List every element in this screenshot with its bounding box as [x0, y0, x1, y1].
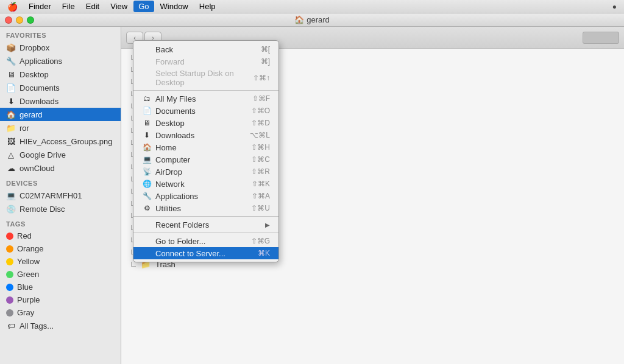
menu-item-icon-empty — [142, 57, 152, 66]
tag-label: All Tags... — [20, 321, 54, 331]
sidebar-tag-gray[interactable]: Gray — [0, 306, 121, 319]
menu-option-all-my-files[interactable]: 🗂All My Files⇧⌘F — [133, 93, 278, 105]
sidebar-tag-red[interactable]: Red — [0, 229, 121, 242]
sidebar-tag-all-tags---[interactable]: 🏷 All Tags... — [0, 319, 121, 332]
sidebar-item-downloads[interactable]: ⬇ Downloads — [0, 94, 121, 108]
menu-item-label: Network — [155, 180, 185, 189]
tag-dot — [6, 296, 13, 304]
expand-arrow — [131, 262, 136, 267]
menu-item-label: Connect to Server... — [155, 249, 225, 258]
sidebar-item-hiev-access-groups-png[interactable]: 🖼 HIEv_Access_Groups.png — [0, 135, 121, 148]
menu-item-icon: ⬇ — [142, 130, 152, 140]
menu-window[interactable]: Window — [155, 1, 193, 12]
menu-item-icon: 🌐 — [142, 179, 152, 189]
sidebar-icon: △ — [6, 150, 16, 159]
menu-option-go-to-folder---[interactable]: Go to Folder...⇧⌘G — [133, 235, 278, 247]
device-icon: 💻 — [6, 191, 16, 200]
menu-option-downloads[interactable]: ⬇Downloads⌥⌘L — [133, 129, 278, 141]
sidebar-icon: 🖥 — [6, 69, 16, 79]
menu-item-icon: 📡 — [142, 167, 152, 177]
menu-help[interactable]: Help — [194, 1, 221, 12]
sidebar-item-dropbox[interactable]: 📦 Dropbox — [0, 41, 121, 54]
sidebar-label: ror — [20, 124, 29, 133]
menu-shortcut: ⌘K — [258, 249, 270, 257]
menu-item-label: Utilities — [155, 204, 181, 213]
close-button[interactable] — [5, 16, 12, 24]
tag-dot — [6, 271, 13, 278]
menu-shortcut: ⇧⌘A — [252, 192, 270, 200]
menu-option-network[interactable]: 🌐Network⇧⌘K — [133, 178, 278, 190]
menu-item-icon: ⚙ — [142, 203, 152, 213]
menu-option-left: 🔧Applications — [142, 191, 198, 201]
menu-option-left: 💻Computer — [142, 155, 190, 164]
menu-option-applications[interactable]: 🔧Applications⇧⌘A — [133, 190, 278, 202]
menu-option-left: Back — [142, 44, 173, 54]
sidebar-item-google-drive[interactable]: △ Google Drive — [0, 148, 121, 161]
menu-item-icon-empty — [142, 73, 152, 83]
maximize-button[interactable] — [27, 16, 34, 24]
menu-shortcut: ⇧⌘R — [251, 167, 270, 176]
tag-label: Orange — [17, 244, 43, 253]
sidebar-item-ror[interactable]: 📁 ror — [0, 121, 121, 135]
sidebar-tag-green[interactable]: Green — [0, 268, 121, 281]
sidebar: FAVORITES 📦 Dropbox 🔧 Applications 🖥 Des… — [0, 27, 121, 364]
menu-finder[interactable]: Finder — [24, 1, 56, 12]
sidebar-item-documents[interactable]: 📄 Documents — [0, 81, 121, 94]
sidebar-item-gerard[interactable]: 🏠 gerard — [0, 108, 121, 121]
apple-menu[interactable]: 🍎 — [2, 1, 23, 13]
sidebar-label: Downloads — [20, 97, 58, 106]
menu-edit[interactable]: Edit — [81, 1, 104, 12]
sidebar-item-applications[interactable]: 🔧 Applications — [0, 54, 121, 68]
sidebar-icon: 🏠 — [6, 110, 16, 119]
menu-option-connect-to-server---[interactable]: Connect to Server...⌘K — [133, 247, 278, 259]
menu-go[interactable]: Go — [133, 1, 154, 12]
menu-item-label: Forward — [155, 57, 185, 66]
sidebar-tag-blue[interactable]: Blue — [0, 281, 121, 293]
window-title: 🏠 gerard — [294, 15, 330, 24]
tag-label: Purple — [17, 295, 40, 304]
tag-label: Red — [17, 231, 32, 240]
tags-all-icon: 🏷 — [6, 321, 16, 331]
sidebar-label: Desktop — [20, 70, 49, 79]
menu-file[interactable]: File — [57, 1, 80, 12]
tag-label: Blue — [17, 282, 33, 292]
sidebar-tag-purple[interactable]: Purple — [0, 293, 121, 306]
sidebar-item-desktop[interactable]: 🖥 Desktop — [0, 68, 121, 81]
tag-dot — [6, 233, 13, 240]
menu-option-airdrop[interactable]: 📡AirDrop⇧⌘R — [133, 166, 278, 178]
menu-option-recent-folders[interactable]: Recent Folders — [133, 219, 278, 231]
menu-option-utilities[interactable]: ⚙Utilities⇧⌘U — [133, 202, 278, 214]
menu-option-home[interactable]: 🏠Home⇧⌘H — [133, 141, 278, 153]
view-toggle[interactable] — [583, 32, 619, 44]
menu-shortcut: ⌥⌘L — [250, 131, 270, 139]
menu-view[interactable]: View — [105, 1, 132, 12]
menu-option-left: Recent Folders — [142, 220, 209, 229]
sidebar-device-remote-disc[interactable]: 💿 Remote Disc — [0, 202, 121, 215]
menu-option-back[interactable]: Back⌘[ — [133, 43, 278, 55]
sidebar-icon: 📁 — [6, 123, 16, 133]
menu-divider — [133, 233, 278, 233]
menu-item-label: AirDrop — [155, 167, 182, 177]
menu-item-icon: 🖥 — [142, 118, 152, 128]
menu-option-desktop[interactable]: 🖥Desktop⇧⌘D — [133, 117, 278, 129]
menu-item-icon-empty — [142, 236, 152, 246]
devices-header: DEVICES — [0, 175, 121, 189]
menu-shortcut: ⇧⌘H — [251, 143, 270, 152]
sidebar-device-c02m7armfh01[interactable]: 💻 C02M7ARMFH01 — [0, 189, 121, 202]
menu-shortcut: ⇧⌘F — [252, 94, 270, 103]
sidebar-item-owncloud[interactable]: ☁ ownCloud — [0, 161, 121, 175]
menu-item-icon: 🔧 — [142, 191, 152, 201]
menu-option-computer[interactable]: 💻Computer⇧⌘C — [133, 153, 278, 166]
tag-label: Gray — [17, 308, 34, 317]
menu-item-icon-empty — [142, 220, 152, 229]
home-icon: 🏠 — [294, 15, 304, 24]
sidebar-tag-yellow[interactable]: Yellow — [0, 255, 121, 268]
sidebar-tag-orange[interactable]: Orange — [0, 242, 121, 255]
menu-divider — [133, 90, 278, 91]
tag-label: Yellow — [17, 257, 40, 266]
menu-option-left: 🗂All My Files — [142, 94, 196, 103]
menu-item-label: Home — [155, 143, 177, 152]
minimize-button[interactable] — [16, 16, 23, 24]
traffic-lights — [5, 16, 34, 24]
menu-option-documents[interactable]: 📄Documents⇧⌘O — [133, 105, 278, 117]
